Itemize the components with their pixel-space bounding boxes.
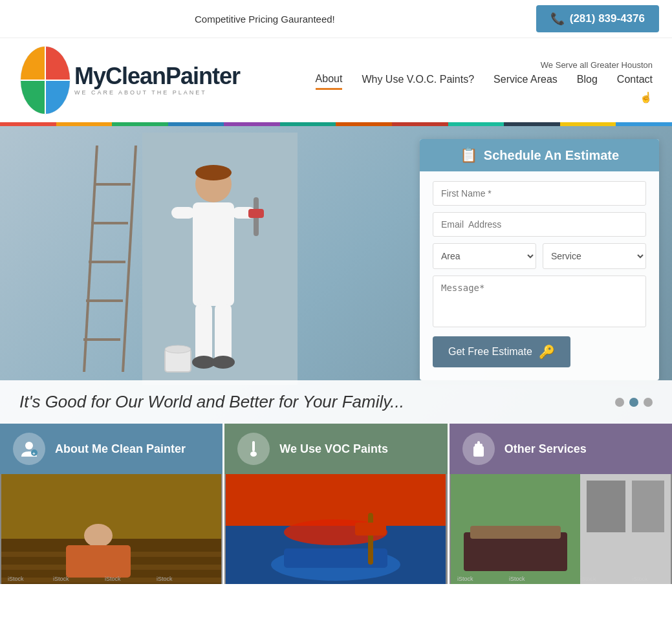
header-right: We Serve all Greater Houston About Why U… bbox=[316, 58, 653, 103]
card-about-header[interactable]: + About Me Clean Painter bbox=[0, 424, 222, 474]
svg-line-9 bbox=[123, 146, 136, 372]
svg-rect-5 bbox=[45, 80, 70, 114]
logo[interactable]: MyCleanPainter WE CARE ABOUT THE PLANET bbox=[19, 45, 240, 116]
service-select[interactable]: ServiceInterior PaintingExterior Paintin… bbox=[543, 243, 646, 269]
dot-1[interactable] bbox=[615, 398, 624, 407]
svg-text:iStock: iStock bbox=[509, 576, 525, 582]
phone-icon: 📞 bbox=[550, 12, 565, 26]
svg-rect-22 bbox=[248, 209, 264, 218]
svg-rect-2 bbox=[21, 47, 45, 80]
logo-name: MyCleanPainter bbox=[74, 65, 240, 88]
submit-button[interactable]: Get Free Estimate 🔑 bbox=[433, 336, 570, 367]
svg-rect-54 bbox=[477, 441, 480, 445]
svg-text:iStock: iStock bbox=[580, 576, 596, 582]
svg-text:iStock: iStock bbox=[457, 576, 473, 582]
nav-service-areas[interactable]: Service Areas bbox=[493, 70, 558, 89]
svg-rect-4 bbox=[21, 80, 45, 114]
svg-point-29 bbox=[25, 442, 33, 449]
svg-rect-38 bbox=[66, 545, 131, 578]
card-about-image: iStock iStock iStock iStock bbox=[0, 474, 222, 584]
svg-rect-51 bbox=[355, 523, 386, 536]
bucket-icon bbox=[470, 440, 488, 458]
card-other-title: Other Services bbox=[504, 442, 587, 456]
first-name-input[interactable] bbox=[433, 181, 646, 206]
card-about: + About Me Clean Painter iStock iStock i… bbox=[0, 424, 224, 584]
serve-all-text: We Serve all Greater Houston bbox=[541, 60, 653, 70]
svg-point-26 bbox=[211, 356, 235, 369]
card-other-icon bbox=[462, 433, 495, 465]
svg-text:iStock: iStock bbox=[157, 576, 173, 582]
submit-icon: 🔑 bbox=[539, 344, 555, 360]
svg-text:iStock: iStock bbox=[105, 576, 121, 582]
card-voc-image bbox=[224, 474, 447, 584]
cards-row: + About Me Clean Painter iStock iStock i… bbox=[0, 424, 672, 584]
area-service-row: AreaHoustonKatySugar LandThe Woodlands S… bbox=[433, 243, 646, 269]
card-voc-icon bbox=[237, 433, 270, 465]
hero-caption-text: It's Good for Our World and Better for Y… bbox=[19, 392, 404, 412]
header: MyCleanPainter WE CARE ABOUT THE PLANET … bbox=[0, 38, 672, 122]
painter-figure bbox=[26, 133, 298, 385]
nav-blog[interactable]: Blog bbox=[577, 70, 598, 89]
svg-rect-18 bbox=[193, 202, 234, 306]
nav-about[interactable]: About bbox=[316, 70, 343, 90]
area-select[interactable]: AreaHoustonKatySugar LandThe Woodlands bbox=[433, 243, 536, 269]
svg-rect-24 bbox=[215, 304, 232, 362]
svg-rect-60 bbox=[587, 481, 625, 532]
dot-2[interactable] bbox=[629, 398, 638, 407]
svg-text:iStock: iStock bbox=[8, 576, 24, 582]
card-voc-title: We Use VOC Paints bbox=[279, 442, 388, 456]
svg-line-8 bbox=[84, 146, 97, 372]
person-icon: + bbox=[20, 440, 38, 458]
logo-leaf-icon bbox=[19, 45, 71, 116]
svg-point-37 bbox=[84, 524, 113, 547]
nav-voc[interactable]: Why Use V.O.C. Paints? bbox=[362, 70, 474, 89]
hero-caption: It's Good for Our World and Better for Y… bbox=[0, 380, 672, 424]
svg-rect-58 bbox=[470, 526, 561, 539]
phone-button[interactable]: 📞 (281) 839-4376 bbox=[536, 5, 659, 32]
other-image-svg: iStock iStock iStock iStock bbox=[451, 474, 671, 584]
svg-rect-50 bbox=[368, 513, 373, 565]
card-about-title: About Me Clean Painter bbox=[55, 442, 186, 456]
svg-rect-52 bbox=[473, 446, 484, 457]
svg-rect-19 bbox=[171, 207, 195, 219]
email-input[interactable] bbox=[433, 212, 646, 237]
svg-text:iStock: iStock bbox=[632, 576, 648, 582]
top-bar: Competitive Pricing Gauranteed! 📞 (281) … bbox=[0, 0, 672, 38]
card-voc-header[interactable]: We Use VOC Paints bbox=[224, 424, 447, 474]
message-input[interactable] bbox=[433, 276, 646, 327]
svg-point-17 bbox=[195, 165, 232, 180]
form-title-icon: 📋 bbox=[460, 147, 477, 164]
card-other: Other Services iStock iStock iStock iSto… bbox=[450, 424, 672, 584]
form-title: 📋 Schedule An Estimate bbox=[420, 139, 659, 171]
svg-point-44 bbox=[250, 451, 257, 457]
form-title-text: Schedule An Estimate bbox=[484, 148, 619, 163]
card-voc: We Use VOC Paints bbox=[224, 424, 449, 584]
logo-tagline: WE CARE ABOUT THE PLANET bbox=[74, 89, 240, 96]
svg-point-28 bbox=[165, 345, 191, 353]
carousel-dots bbox=[615, 398, 653, 407]
dot-3[interactable] bbox=[644, 398, 653, 407]
svg-text:iStock: iStock bbox=[53, 576, 69, 582]
svg-rect-3 bbox=[45, 47, 70, 80]
card-about-icon: + bbox=[13, 433, 45, 465]
hero-section: 📋 Schedule An Estimate AreaHoustonKatySu… bbox=[0, 126, 672, 424]
svg-rect-23 bbox=[195, 304, 212, 362]
voc-image-svg bbox=[226, 474, 446, 584]
about-image-svg: iStock iStock iStock iStock bbox=[1, 474, 221, 584]
phone-number: (281) 839-4376 bbox=[570, 12, 645, 25]
brush-icon bbox=[244, 440, 263, 458]
card-other-image: iStock iStock iStock iStock bbox=[450, 474, 672, 584]
nav-contact[interactable]: Contact bbox=[617, 70, 653, 89]
main-nav: About Why Use V.O.C. Paints? Service Are… bbox=[316, 70, 653, 90]
svg-rect-61 bbox=[632, 481, 664, 532]
svg-rect-43 bbox=[252, 441, 255, 451]
tagline: Competitive Pricing Gauranteed! bbox=[13, 14, 517, 25]
submit-label: Get Free Estimate bbox=[448, 346, 532, 358]
svg-text:+: + bbox=[32, 451, 36, 457]
card-other-header[interactable]: Other Services bbox=[450, 424, 672, 474]
estimate-form: 📋 Schedule An Estimate AreaHoustonKatySu… bbox=[420, 139, 659, 380]
